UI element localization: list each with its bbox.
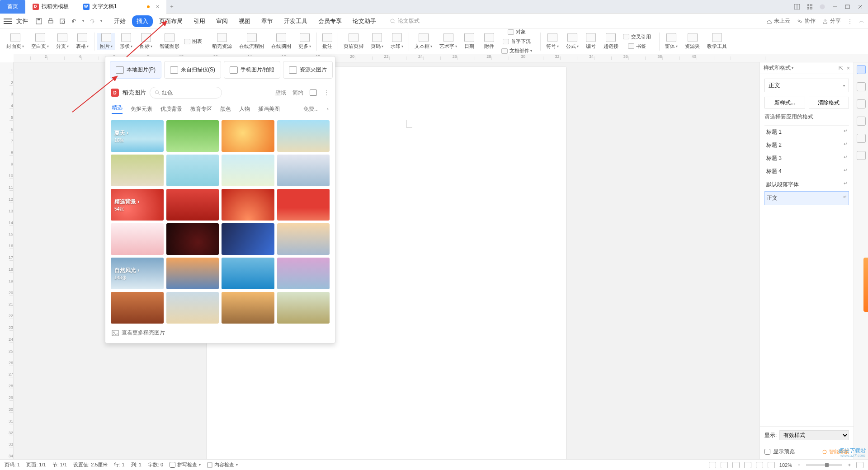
ribbon-日期[interactable]: 日期 bbox=[462, 33, 477, 50]
docer-cat-7[interactable]: 免费... bbox=[303, 105, 319, 113]
docer-thumb-17[interactable] bbox=[166, 258, 219, 289]
ribbon-文本框[interactable]: 文本框 ▾ bbox=[412, 33, 435, 50]
docer-thumb-8[interactable]: 精选背景 ›54张 bbox=[111, 189, 164, 221]
style-item-4[interactable]: 默认段落字体↵ bbox=[764, 178, 849, 191]
print-preview-icon[interactable] bbox=[59, 18, 66, 25]
view-web-icon[interactable] bbox=[756, 462, 763, 468]
docer-thumb-11[interactable] bbox=[277, 189, 330, 221]
ribbon-符号[interactable]: 符号 ▾ bbox=[543, 33, 561, 50]
ribbon-教学工具[interactable]: 教学工具 bbox=[704, 33, 730, 50]
zoom-slider[interactable] bbox=[806, 464, 842, 466]
maximize-button[interactable] bbox=[842, 2, 854, 12]
docer-cat-6[interactable]: 插画美图 bbox=[258, 105, 280, 113]
side-pull-tab[interactable] bbox=[863, 258, 868, 312]
view-read-icon[interactable] bbox=[721, 462, 728, 468]
redo-icon[interactable] bbox=[89, 18, 96, 25]
picture-source-2[interactable]: 手机图片/拍照 bbox=[224, 61, 280, 79]
close-button[interactable] bbox=[854, 2, 866, 12]
menu-tab-9[interactable]: 论文助手 bbox=[348, 15, 381, 27]
clear-format-button[interactable]: 清除格式 bbox=[809, 97, 849, 108]
docer-thumb-13[interactable] bbox=[166, 223, 219, 255]
ribbon-页眉页脚[interactable]: 页眉页脚 bbox=[341, 33, 366, 50]
menu-tab-4[interactable]: 审阅 bbox=[212, 15, 232, 27]
view-fit-icon[interactable] bbox=[768, 462, 775, 468]
print-icon[interactable] bbox=[47, 18, 54, 25]
ribbon-在线流程图[interactable]: 在线流程图 bbox=[236, 33, 267, 50]
docer-cat-4[interactable]: 颜色 bbox=[220, 105, 231, 113]
docer-thumb-18[interactable] bbox=[222, 258, 274, 289]
docer-cat-5[interactable]: 人物 bbox=[239, 105, 250, 113]
docer-thumb-4[interactable] bbox=[111, 155, 164, 186]
file-menu[interactable]: 文件 bbox=[16, 17, 28, 25]
docer-thumb-7[interactable] bbox=[277, 155, 330, 186]
tab-document[interactable]: 文字文稿1 × bbox=[76, 0, 166, 14]
ribbon-艺术字[interactable]: 艺术字 ▾ bbox=[437, 33, 460, 50]
ribbon-窗体[interactable]: 窗体 ▾ bbox=[662, 33, 680, 50]
new-tab-button[interactable]: ＋ bbox=[166, 3, 177, 10]
show-select[interactable]: 有效样式 bbox=[779, 430, 849, 440]
ribbon-在线脑图[interactable]: 在线脑图 bbox=[269, 33, 294, 50]
cat-scroll-right-icon[interactable]: › bbox=[327, 106, 329, 112]
spell-checkbox[interactable] bbox=[170, 462, 175, 468]
qat-customize-icon[interactable]: ▾ bbox=[100, 19, 102, 23]
tab-home[interactable]: 首页 bbox=[0, 0, 25, 14]
docer-thumb-21[interactable] bbox=[166, 292, 219, 324]
docer-thumb-19[interactable] bbox=[277, 258, 330, 289]
docer-thumb-20[interactable] bbox=[111, 292, 164, 324]
ribbon-更多[interactable]: 更多 ▾ bbox=[296, 33, 314, 50]
save-icon[interactable] bbox=[35, 18, 42, 25]
menu-search[interactable]: 论文版式 bbox=[390, 17, 420, 25]
ribbon-页码[interactable]: 页码 ▾ bbox=[368, 33, 386, 50]
status-content[interactable]: 内容检查▾ bbox=[207, 461, 238, 468]
fullscreen-icon[interactable] bbox=[856, 462, 863, 468]
docer-search-input[interactable]: 红色 bbox=[150, 87, 222, 99]
ribbon-分页[interactable]: 分页 ▾ bbox=[53, 33, 71, 50]
ribbon-超链接[interactable]: 超链接交叉引用书签 bbox=[600, 33, 656, 51]
minimize-button[interactable] bbox=[829, 2, 841, 12]
picture-source-1[interactable]: 来自扫描仪(S) bbox=[164, 61, 221, 79]
apps-icon[interactable] bbox=[804, 2, 816, 12]
side-settings-icon[interactable] bbox=[857, 117, 866, 126]
side-select-icon[interactable] bbox=[857, 82, 866, 91]
docer-cat-3[interactable]: 教育专区 bbox=[190, 105, 212, 113]
docer-thumb-15[interactable] bbox=[277, 223, 330, 255]
collapse-ribbon-icon[interactable]: ︿ bbox=[859, 17, 864, 25]
style-item-5[interactable]: 正文↵ bbox=[764, 191, 849, 205]
docer-more-icon[interactable]: ⋮ bbox=[323, 89, 330, 96]
docer-thumb-1[interactable] bbox=[166, 120, 219, 152]
ribbon-资源夹[interactable]: 资源夹 bbox=[682, 33, 703, 50]
style-item-1[interactable]: 标题 2↵ bbox=[764, 139, 849, 152]
picture-source-3[interactable]: 资源夹图片 bbox=[283, 61, 333, 79]
view-eye-icon[interactable] bbox=[709, 462, 716, 468]
docer-thumb-0[interactable]: 夏天 ›16张 bbox=[111, 120, 164, 152]
zoom-value[interactable]: 102% bbox=[779, 462, 792, 468]
cloud-status[interactable]: 未上云 bbox=[766, 17, 790, 25]
show-preview-checkbox[interactable] bbox=[764, 449, 770, 455]
docer-cat-1[interactable]: 免抠元素 bbox=[131, 105, 152, 113]
status-page[interactable]: 页码: 1 bbox=[5, 461, 20, 468]
style-item-0[interactable]: 标题 1↵ bbox=[764, 126, 849, 139]
side-toolbox-icon[interactable] bbox=[857, 151, 866, 160]
docer-thumb-5[interactable] bbox=[166, 155, 219, 186]
quick-wallpaper[interactable]: 壁纸 bbox=[275, 89, 286, 97]
docer-thumb-2[interactable] bbox=[222, 120, 274, 152]
docer-thumb-3[interactable] bbox=[277, 120, 330, 152]
new-style-button[interactable]: 新样式... bbox=[764, 97, 805, 108]
hamburger-icon[interactable] bbox=[4, 19, 12, 24]
docer-thumb-6[interactable] bbox=[222, 155, 274, 186]
ribbon-图片[interactable]: 图片 ▾ bbox=[97, 33, 115, 50]
tab-template[interactable]: 找稻壳模板 bbox=[25, 0, 76, 14]
zoom-in-icon[interactable]: ＋ bbox=[847, 461, 852, 468]
tab-close-icon[interactable]: × bbox=[156, 4, 159, 10]
style-item-2[interactable]: 标题 3↵ bbox=[764, 152, 849, 165]
ribbon-稻壳资源[interactable]: 稻壳资源 bbox=[209, 33, 235, 50]
user-avatar-icon[interactable] bbox=[816, 2, 828, 12]
undo-icon[interactable] bbox=[71, 18, 78, 25]
zoom-out-icon[interactable]: － bbox=[797, 461, 802, 468]
camera-search-icon[interactable] bbox=[310, 89, 317, 96]
menu-tab-5[interactable]: 视图 bbox=[234, 15, 255, 27]
collab-button[interactable]: 协作 bbox=[797, 17, 816, 25]
status-words[interactable]: 字数: 0 bbox=[148, 461, 163, 468]
side-styles-icon[interactable] bbox=[857, 65, 866, 74]
ribbon-公式[interactable]: 公式 ▾ bbox=[563, 33, 581, 50]
